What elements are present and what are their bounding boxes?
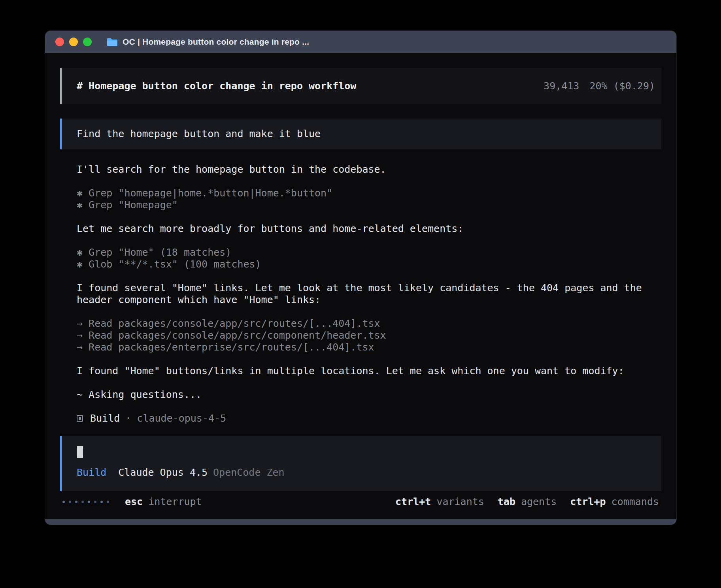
status-right: ctrl+t variants tab agents ctrl+p comman… <box>395 496 659 508</box>
session-stats: 39,413 20% ($0.29) <box>544 80 655 92</box>
tool-call-group: ✱ Grep "Home" (18 matches) ✱ Glob "**/*.… <box>77 247 661 270</box>
status-left: esc interrupt <box>62 496 202 508</box>
close-button[interactable] <box>55 38 64 46</box>
terminal-content: # Homepage button color change in repo w… <box>45 53 676 519</box>
shortcut-commands: ctrl+p commands <box>570 496 659 508</box>
input-footer: Build Claude Opus 4.5 OpenCode Zen <box>77 467 646 479</box>
shortcut-label: commands <box>612 496 659 508</box>
shortcut-key: tab <box>498 496 515 508</box>
assistant-transcript: I'll search for the homepage button in t… <box>60 164 661 424</box>
tool-call-read: → Read packages/console/app/src/routes/[… <box>77 318 661 330</box>
terminal-window: OC | Homepage button color change in rep… <box>45 31 676 525</box>
tool-call-glob: ✱ Glob "**/*.tsx" (100 matches) <box>77 258 661 270</box>
assistant-text: I'll search for the homepage button in t… <box>77 164 661 175</box>
tool-call-group: → Read packages/console/app/src/routes/[… <box>77 318 661 353</box>
tool-call-grep: ✱ Grep "Homepage" <box>77 199 661 211</box>
window-bottom-strip <box>45 519 676 525</box>
assistant-text: Let me search more broadly for buttons a… <box>77 223 661 235</box>
session-header: # Homepage button color change in repo w… <box>60 68 661 104</box>
shortcut-label: variants <box>436 496 484 508</box>
agent-icon <box>77 415 83 422</box>
esc-key-label: interrupt <box>148 496 202 508</box>
user-message-text: Find the homepage button and make it blu… <box>77 128 321 140</box>
tool-call-read: → Read packages/console/app/src/componen… <box>77 330 661 341</box>
session-title: # Homepage button color change in repo w… <box>77 80 356 92</box>
tool-call-read: → Read packages/enterprise/src/routes/[.… <box>77 341 661 353</box>
folder-icon <box>107 38 118 46</box>
assistant-text: I found "Home" buttons/links in multiple… <box>77 365 661 377</box>
provider-label: OpenCode Zen <box>213 467 285 479</box>
shortcut-key: ctrl+t <box>395 496 431 508</box>
agent-name: Build <box>90 413 120 424</box>
assistant-text: I found several "Home" links. Let me loo… <box>77 282 661 306</box>
esc-key-hint: esc <box>125 496 143 508</box>
shortcut-key: ctrl+p <box>570 496 606 508</box>
window-title: OC | Homepage button color change in rep… <box>123 37 309 47</box>
spinner-icon <box>62 501 109 503</box>
tool-call-grep: ✱ Grep "homepage|home.*button|Home.*butt… <box>77 187 661 199</box>
asking-status: ~ Asking questions... <box>77 389 661 401</box>
minimize-button[interactable] <box>69 38 78 46</box>
user-message: Find the homepage button and make it blu… <box>60 119 661 149</box>
mode-label: Build <box>77 467 106 479</box>
text-cursor-icon <box>77 446 83 458</box>
token-count: 39,413 <box>544 80 579 92</box>
status-bar: esc interrupt ctrl+t variants tab agents… <box>60 496 661 508</box>
shortcut-label: agents <box>521 496 557 508</box>
tool-call-grep: ✱ Grep "Home" (18 matches) <box>77 247 661 258</box>
tool-call-group: ✱ Grep "homepage|home.*button|Home.*butt… <box>77 187 661 211</box>
agent-row: Build · claude-opus-4-5 <box>77 413 661 424</box>
shortcut-variants: ctrl+t variants <box>395 496 484 508</box>
zoom-button[interactable] <box>83 38 92 46</box>
agent-model: claude-opus-4-5 <box>137 413 226 424</box>
model-label: Claude Opus 4.5 <box>118 467 208 479</box>
shortcut-agents: tab agents <box>498 496 557 508</box>
titlebar[interactable]: OC | Homepage button color change in rep… <box>45 31 676 53</box>
traffic-lights <box>55 38 92 46</box>
context-usage: 20% ($0.29) <box>589 80 655 92</box>
agent-separator: · <box>125 413 131 424</box>
prompt-input[interactable]: Build Claude Opus 4.5 OpenCode Zen <box>60 436 661 491</box>
